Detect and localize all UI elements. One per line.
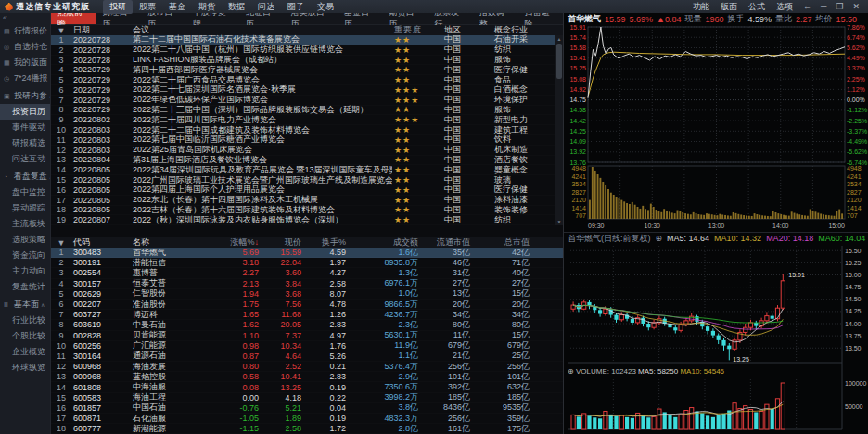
sidebar-group[interactable]: Ⅲ基本面∧ bbox=[0, 297, 50, 313]
tab-股票发行[interactable]: 股票发行 bbox=[428, 13, 473, 24]
row-date: 20220729 bbox=[71, 96, 131, 105]
row-date: 20220804 bbox=[71, 155, 131, 164]
tab-股市日历[interactable]: 股市日历 bbox=[141, 13, 186, 24]
row-importance: ★★★ bbox=[392, 85, 442, 95]
menu-item[interactable]: 期货 bbox=[192, 0, 222, 14]
sidebar-item-label: 我的版面 bbox=[14, 57, 47, 69]
vol-axis-label: 100000 bbox=[845, 380, 866, 387]
minimize-icon[interactable]: ─ bbox=[816, 1, 831, 12]
row-importance: ★★ bbox=[392, 135, 442, 145]
row-price: 13.25 bbox=[261, 383, 303, 392]
main-menu-bar: 投研股票基金期货数据问达圈子交易 bbox=[103, 0, 340, 14]
sidebar-group[interactable]: ▣投研内参∧ bbox=[0, 88, 50, 104]
tab-北证日历[interactable]: 北证日历 bbox=[239, 13, 285, 24]
filter-icon[interactable]: ▼ bbox=[51, 26, 71, 35]
sidebar-item[interactable]: 研报精选 bbox=[0, 135, 50, 151]
row-date: 20220729 bbox=[71, 65, 131, 74]
intraday-chart[interactable]: 15.917.86%15.746.74%15.585.62%15.414.49%… bbox=[564, 25, 868, 232]
vol-label: 现量 bbox=[685, 13, 702, 25]
kline-title: 首华燃气(日线:前复权) bbox=[568, 233, 651, 245]
menu-item[interactable]: 版面 bbox=[715, 0, 743, 14]
table-row[interactable]: 19202208072022（秋）深圳国际泳装及内衣贴身服饰博览会（深圳）★★中… bbox=[51, 215, 563, 225]
table-row[interactable]: 18600777新潮能源-1.152.581.722.8亿161亿175亿 bbox=[51, 424, 563, 434]
vol-axis-label: 2120 bbox=[571, 197, 586, 203]
sidebar-item[interactable]: 个股比较 bbox=[0, 328, 50, 344]
time-axis-label: 09:30 bbox=[588, 223, 605, 229]
tab-期货日历[interactable]: 期货日历 bbox=[383, 13, 428, 24]
menu-item[interactable]: 选项 bbox=[771, 0, 798, 14]
sidebar-item[interactable]: 盘中监控 bbox=[0, 185, 50, 200]
sidebar-item[interactable]: 主力动向 bbox=[0, 263, 50, 279]
menu-item[interactable]: 公式 bbox=[743, 0, 771, 14]
menu-item[interactable]: 功能 bbox=[687, 0, 715, 14]
row-price: 3.84 bbox=[261, 279, 303, 288]
tab-热点前瞻[interactable]: 热点前瞻 bbox=[51, 13, 96, 24]
sidebar-item-label: 问达互动 bbox=[12, 153, 45, 165]
row-code: 600583 bbox=[71, 393, 131, 402]
row-code: 601857 bbox=[71, 403, 131, 413]
pct-axis-label: -3.37% bbox=[847, 128, 867, 134]
close-icon[interactable]: ✕ bbox=[848, 1, 864, 12]
app-logo-icon bbox=[5, 3, 13, 11]
menu-item[interactable]: 股票 bbox=[133, 0, 162, 14]
menu-item[interactable]: 数据 bbox=[222, 0, 251, 14]
menu-item[interactable]: 问达 bbox=[251, 0, 281, 14]
sidebar-item[interactable]: ◎自选持仓 bbox=[0, 39, 50, 55]
sidebar-item[interactable]: ◷7*24播报 bbox=[0, 70, 50, 86]
row-date: 20220803 bbox=[71, 125, 131, 134]
menu-item[interactable]: 圈子 bbox=[281, 0, 311, 14]
sidebar-item[interactable]: 异动跟踪 bbox=[0, 200, 50, 216]
calendar-scrollbar[interactable]: ▲ ▼ bbox=[555, 35, 563, 225]
sidebar-item[interactable]: 投资日历 bbox=[0, 104, 50, 120]
sidebar-item-label: 研报精选 bbox=[12, 137, 45, 149]
row-seq: 14 bbox=[51, 383, 71, 392]
sidebar-item[interactable]: 行业比较 bbox=[0, 313, 50, 328]
row-seq: 1 bbox=[51, 248, 71, 257]
sidebar-item-label: 个股比较 bbox=[12, 330, 45, 342]
price-axis-label: 14.58 bbox=[569, 107, 586, 113]
kline-chart[interactable]: 15.5015.2515.0014.7514.5014.2514.0013.75… bbox=[564, 244, 868, 434]
row-importance: ★★ bbox=[392, 56, 442, 65]
sidebar-item[interactable]: 问达互动 bbox=[0, 151, 50, 167]
row-seq: 4 bbox=[51, 65, 71, 74]
menu-item[interactable]: 基金 bbox=[162, 0, 192, 14]
sidebar-item[interactable]: ▦我的版面 bbox=[0, 55, 50, 70]
tab-港美股日历[interactable]: 港美股日历 bbox=[285, 13, 338, 24]
sidebar-group[interactable]: ◔看盘复盘∧ bbox=[0, 169, 50, 185]
scroll-up-icon[interactable]: ▲ bbox=[555, 35, 563, 43]
sidebar-item[interactable]: 选股策略 bbox=[0, 232, 50, 248]
tab-财经日历[interactable]: 财经日历 bbox=[96, 13, 142, 24]
row-importance: ★★ bbox=[392, 105, 442, 114]
price-axis-label: 14.00 bbox=[845, 321, 862, 327]
tab-指数调整[interactable]: 指数调整 bbox=[473, 13, 518, 24]
filter-icon[interactable]: ▼ bbox=[51, 238, 71, 248]
row-turnover: 0.21 bbox=[303, 362, 348, 371]
app-title: 通达信专业研究版 bbox=[16, 1, 90, 13]
sidebar-item[interactable]: 复盘统计 bbox=[0, 279, 50, 295]
ratio-value: 2.27 bbox=[796, 15, 812, 24]
sidebar-collapse-icon[interactable]: « bbox=[0, 13, 50, 23]
row-importance: ★★ bbox=[392, 155, 442, 164]
back-icon[interactable]: ← bbox=[798, 1, 816, 12]
sidebar-item[interactable]: 主流板块 bbox=[0, 216, 50, 232]
tab-扫雷避险[interactable]: 扫雷避险 bbox=[517, 13, 563, 24]
sidebar-item[interactable]: ▤行情报价 bbox=[0, 23, 50, 39]
menu-item[interactable]: 投研 bbox=[103, 0, 133, 14]
maximize-icon[interactable]: ❐ bbox=[831, 1, 848, 12]
sidebar-item[interactable]: 企业概览 bbox=[0, 344, 50, 360]
scroll-thumb[interactable] bbox=[556, 44, 562, 79]
row-turnover: 4.97 bbox=[303, 331, 348, 340]
row-price: 7.37 bbox=[261, 331, 303, 340]
sidebar-item[interactable]: 资金流向 bbox=[0, 248, 50, 263]
row-price: 1.89 bbox=[261, 414, 303, 423]
scroll-down-icon[interactable]: ▼ bbox=[555, 218, 563, 225]
row-pct: -1.15 bbox=[212, 424, 261, 433]
price-axis-label: 15.41 bbox=[569, 55, 586, 61]
sidebar-item[interactable]: 事件驱动 bbox=[0, 120, 50, 135]
menu-item[interactable]: 交易 bbox=[311, 0, 340, 14]
row-date: 20220802 bbox=[71, 115, 131, 124]
sidebar-item[interactable]: 环球纵览 bbox=[0, 360, 50, 376]
tab-基金日历[interactable]: 基金日历 bbox=[338, 13, 383, 24]
tab-个股停复牌[interactable]: 个股停复牌 bbox=[186, 13, 239, 24]
sidebar-item-label: 主力动向 bbox=[12, 265, 45, 277]
